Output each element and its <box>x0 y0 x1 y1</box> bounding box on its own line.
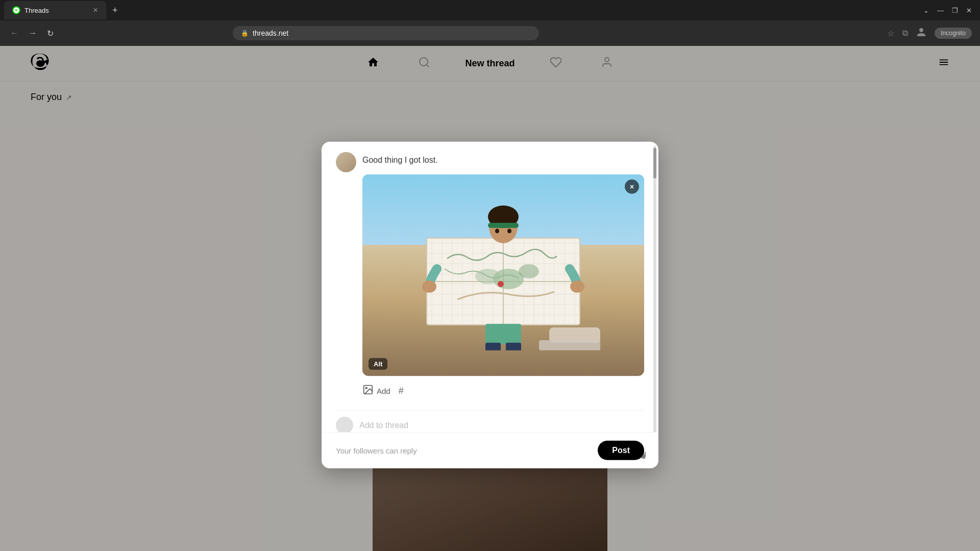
image-close-btn[interactable]: × <box>625 180 639 194</box>
add-label: Add <box>377 387 390 395</box>
browser-chrome: Threads ✕ + ⌄ — ❐ ✕ ← → ↻ 🔒 threads.net … <box>0 0 980 46</box>
active-tab[interactable]: Threads ✕ <box>4 1 106 19</box>
svg-rect-17 <box>485 324 521 344</box>
svg-point-8 <box>475 269 501 284</box>
back-btn[interactable]: ← <box>8 27 20 40</box>
close-window-btn[interactable]: ✕ <box>966 7 972 14</box>
add-thread-avatar <box>336 417 353 434</box>
svg-point-25 <box>365 387 367 389</box>
minimize-btn[interactable]: — <box>937 7 944 14</box>
svg-point-15 <box>495 229 499 233</box>
url-bar[interactable]: 🔒 threads.net <box>233 26 539 40</box>
modal-text-content: Good thing I got lost. <box>362 152 644 402</box>
add-media-btn[interactable]: Add <box>362 384 390 398</box>
bookmark-btn[interactable]: ☆ <box>887 29 894 38</box>
svg-point-16 <box>507 229 511 233</box>
reload-btn[interactable]: ↻ <box>45 27 56 40</box>
scrollbar-thumb <box>653 148 656 179</box>
tab-bar: Threads ✕ + ⌄ — ❐ ✕ <box>0 0 980 20</box>
add-thread-text[interactable]: Add to thread <box>359 421 408 430</box>
modal-inner: Good thing I got lost. <box>322 142 658 450</box>
url-text: threads.net <box>253 29 288 37</box>
post-image <box>362 174 644 376</box>
new-tab-btn[interactable]: + <box>108 3 122 18</box>
svg-rect-18 <box>485 343 501 350</box>
forward-btn[interactable]: → <box>27 27 39 40</box>
alt-label: Alt <box>374 360 382 368</box>
incognito-label: Incognito <box>941 30 966 37</box>
svg-point-9 <box>498 281 504 287</box>
modal-toolbar: Add # <box>362 380 644 402</box>
alt-badge[interactable]: Alt <box>369 358 387 370</box>
avatar-image <box>336 152 356 172</box>
person-with-map-svg <box>406 197 600 350</box>
tab-close-btn[interactable]: ✕ <box>93 7 98 14</box>
page-content: New thread For you ↗ <box>0 46 980 551</box>
svg-point-10 <box>422 281 436 293</box>
new-thread-modal: Good thing I got lost. <box>322 142 658 468</box>
incognito-btn[interactable]: Incognito <box>935 28 972 39</box>
avatar <box>336 152 356 172</box>
cursor-icon <box>638 450 650 464</box>
hashtag-btn[interactable]: # <box>399 386 404 396</box>
post-button[interactable]: Post <box>598 441 644 460</box>
profile-btn[interactable] <box>916 27 926 39</box>
tab-search-btn[interactable]: ⧉ <box>902 29 908 38</box>
reply-permissions-text[interactable]: Your followers can reply <box>336 446 417 455</box>
close-icon: × <box>630 183 634 191</box>
tab-favicon <box>12 6 20 14</box>
tab-title: Threads <box>24 7 49 14</box>
restore-btn[interactable]: ❐ <box>952 7 958 14</box>
modal-post-row: Good thing I got lost. <box>336 152 644 402</box>
modal-footer: Your followers can reply Post <box>322 432 658 468</box>
post-btn-container: Post <box>598 441 644 460</box>
tab-list-btn[interactable]: ⌄ <box>923 7 929 14</box>
address-bar: ← → ↻ 🔒 threads.net ☆ ⧉ Incognito <box>0 20 980 46</box>
svg-rect-21 <box>539 340 600 350</box>
url-actions: ☆ ⧉ Incognito <box>887 27 972 39</box>
post-image-container: Alt × <box>362 174 644 376</box>
post-text: Good thing I got lost. <box>362 154 644 166</box>
modal-scrollbar[interactable] <box>653 146 656 464</box>
add-media-icon <box>362 384 374 398</box>
lock-icon: 🔒 <box>241 30 249 37</box>
svg-point-7 <box>519 264 539 279</box>
svg-rect-14 <box>488 223 519 228</box>
svg-point-11 <box>570 281 584 293</box>
svg-rect-19 <box>506 343 521 350</box>
window-controls: ⌄ — ❐ ✕ <box>923 7 976 14</box>
hashtag-icon: # <box>399 386 404 396</box>
